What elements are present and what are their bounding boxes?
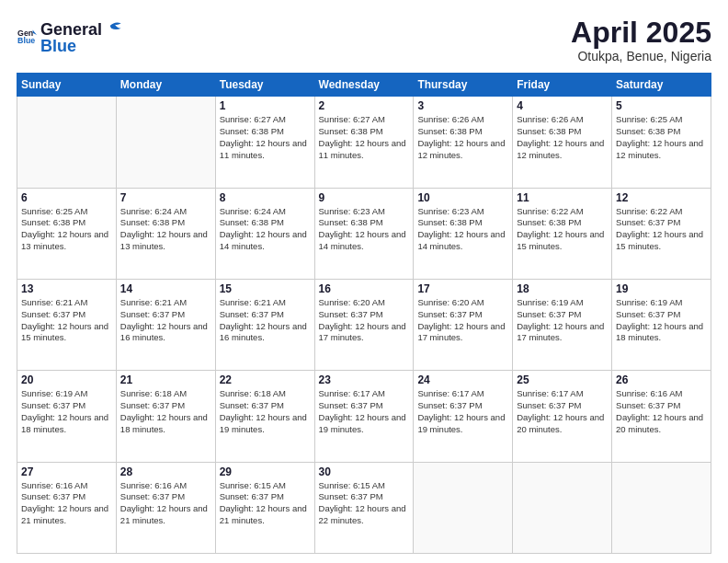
- day-info: Sunrise: 6:22 AM Sunset: 6:37 PM Dayligh…: [616, 206, 707, 253]
- day-info: Sunrise: 6:27 AM Sunset: 6:38 PM Dayligh…: [220, 114, 311, 161]
- day-info: Sunrise: 6:16 AM Sunset: 6:37 PM Dayligh…: [616, 388, 707, 435]
- calendar-title: April 2025: [571, 17, 711, 49]
- day-info: Sunrise: 6:20 AM Sunset: 6:37 PM Dayligh…: [417, 297, 508, 344]
- day-number: 6: [21, 191, 112, 204]
- calendar-header-tuesday: Tuesday: [215, 74, 314, 97]
- day-number: 22: [220, 373, 311, 386]
- day-info: Sunrise: 6:22 AM Sunset: 6:38 PM Dayligh…: [517, 206, 608, 253]
- day-number: 11: [517, 191, 608, 204]
- day-number: 16: [319, 282, 410, 295]
- calendar-cell: [17, 97, 117, 188]
- calendar-cell: 4Sunrise: 6:26 AM Sunset: 6:38 PM Daylig…: [513, 97, 612, 188]
- day-info: Sunrise: 6:25 AM Sunset: 6:38 PM Dayligh…: [21, 206, 112, 253]
- day-info: Sunrise: 6:20 AM Sunset: 6:37 PM Dayligh…: [319, 297, 410, 344]
- logo-general-text: General: [40, 21, 102, 38]
- calendar-cell: 2Sunrise: 6:27 AM Sunset: 6:38 PM Daylig…: [314, 97, 414, 188]
- day-number: 24: [417, 373, 508, 386]
- calendar-cell: 17Sunrise: 6:20 AM Sunset: 6:37 PM Dayli…: [414, 279, 513, 370]
- day-number: 17: [417, 282, 508, 295]
- calendar-cell: 15Sunrise: 6:21 AM Sunset: 6:37 PM Dayli…: [215, 279, 314, 370]
- calendar-cell: 9Sunrise: 6:23 AM Sunset: 6:38 PM Daylig…: [314, 188, 414, 279]
- calendar-header-sunday: Sunday: [17, 74, 117, 97]
- calendar-week-row: 1Sunrise: 6:27 AM Sunset: 6:38 PM Daylig…: [17, 97, 711, 188]
- day-number: 1: [220, 99, 311, 112]
- day-number: 20: [21, 373, 112, 386]
- day-info: Sunrise: 6:27 AM Sunset: 6:38 PM Dayligh…: [319, 114, 410, 161]
- day-number: 30: [319, 465, 410, 478]
- calendar-cell: 29Sunrise: 6:15 AM Sunset: 6:37 PM Dayli…: [215, 462, 314, 553]
- calendar-cell: 8Sunrise: 6:24 AM Sunset: 6:38 PM Daylig…: [215, 188, 314, 279]
- day-number: 15: [220, 282, 311, 295]
- day-number: 29: [220, 465, 311, 478]
- day-info: Sunrise: 6:23 AM Sunset: 6:38 PM Dayligh…: [417, 206, 508, 253]
- calendar-subtitle: Otukpa, Benue, Nigeria: [571, 49, 711, 63]
- calendar-cell: 26Sunrise: 6:16 AM Sunset: 6:37 PM Dayli…: [612, 371, 711, 462]
- calendar-cell: 3Sunrise: 6:26 AM Sunset: 6:38 PM Daylig…: [414, 97, 513, 188]
- calendar-cell: 18Sunrise: 6:19 AM Sunset: 6:37 PM Dayli…: [513, 279, 612, 370]
- calendar-cell: 10Sunrise: 6:23 AM Sunset: 6:38 PM Dayli…: [414, 188, 513, 279]
- day-info: Sunrise: 6:23 AM Sunset: 6:38 PM Dayligh…: [319, 206, 410, 253]
- title-block: April 2025 Otukpa, Benue, Nigeria: [571, 17, 711, 63]
- day-number: 25: [517, 373, 608, 386]
- logo-bird-icon: [104, 17, 122, 35]
- calendar-cell: 1Sunrise: 6:27 AM Sunset: 6:38 PM Daylig…: [215, 97, 314, 188]
- calendar-cell: 25Sunrise: 6:17 AM Sunset: 6:37 PM Dayli…: [513, 371, 612, 462]
- day-number: 7: [120, 191, 211, 204]
- calendar-header-monday: Monday: [116, 74, 215, 97]
- calendar-cell: 11Sunrise: 6:22 AM Sunset: 6:38 PM Dayli…: [513, 188, 612, 279]
- calendar-cell: 24Sunrise: 6:17 AM Sunset: 6:37 PM Dayli…: [414, 371, 513, 462]
- day-number: 28: [120, 465, 211, 478]
- day-number: 9: [319, 191, 410, 204]
- day-info: Sunrise: 6:17 AM Sunset: 6:37 PM Dayligh…: [319, 388, 410, 435]
- calendar-cell: 19Sunrise: 6:19 AM Sunset: 6:37 PM Dayli…: [612, 279, 711, 370]
- day-info: Sunrise: 6:16 AM Sunset: 6:37 PM Dayligh…: [120, 480, 211, 527]
- calendar-cell: 6Sunrise: 6:25 AM Sunset: 6:38 PM Daylig…: [17, 188, 117, 279]
- day-info: Sunrise: 6:17 AM Sunset: 6:37 PM Dayligh…: [417, 388, 508, 435]
- calendar-header-row: SundayMondayTuesdayWednesdayThursdayFrid…: [17, 74, 711, 97]
- day-info: Sunrise: 6:18 AM Sunset: 6:37 PM Dayligh…: [120, 388, 211, 435]
- day-number: 12: [616, 191, 707, 204]
- logo-icon: Gen Blue: [17, 26, 37, 46]
- calendar-cell: 30Sunrise: 6:15 AM Sunset: 6:37 PM Dayli…: [314, 462, 414, 553]
- calendar-cell: 7Sunrise: 6:24 AM Sunset: 6:38 PM Daylig…: [116, 188, 215, 279]
- day-number: 21: [120, 373, 211, 386]
- calendar-cell: [612, 462, 711, 553]
- day-number: 2: [319, 99, 410, 112]
- calendar-cell: 16Sunrise: 6:20 AM Sunset: 6:37 PM Dayli…: [314, 279, 414, 370]
- day-info: Sunrise: 6:21 AM Sunset: 6:37 PM Dayligh…: [220, 297, 311, 344]
- day-info: Sunrise: 6:16 AM Sunset: 6:37 PM Dayligh…: [21, 480, 112, 527]
- calendar-cell: 23Sunrise: 6:17 AM Sunset: 6:37 PM Dayli…: [314, 371, 414, 462]
- calendar-cell: 20Sunrise: 6:19 AM Sunset: 6:37 PM Dayli…: [17, 371, 117, 462]
- calendar-cell: 12Sunrise: 6:22 AM Sunset: 6:37 PM Dayli…: [612, 188, 711, 279]
- calendar-header-thursday: Thursday: [414, 74, 513, 97]
- day-info: Sunrise: 6:25 AM Sunset: 6:38 PM Dayligh…: [616, 114, 707, 161]
- day-info: Sunrise: 6:21 AM Sunset: 6:37 PM Dayligh…: [120, 297, 211, 344]
- day-number: 18: [517, 282, 608, 295]
- calendar-cell: 13Sunrise: 6:21 AM Sunset: 6:37 PM Dayli…: [17, 279, 117, 370]
- day-info: Sunrise: 6:19 AM Sunset: 6:37 PM Dayligh…: [616, 297, 707, 344]
- page: Gen Blue General Blue April 2025 Otukpa,…: [0, 0, 728, 563]
- calendar-header-friday: Friday: [513, 74, 612, 97]
- calendar-cell: [414, 462, 513, 553]
- day-number: 5: [616, 99, 707, 112]
- calendar-cell: 5Sunrise: 6:25 AM Sunset: 6:38 PM Daylig…: [612, 97, 711, 188]
- day-info: Sunrise: 6:21 AM Sunset: 6:37 PM Dayligh…: [21, 297, 112, 344]
- logo-blue-text: Blue: [40, 38, 124, 54]
- day-info: Sunrise: 6:26 AM Sunset: 6:38 PM Dayligh…: [517, 114, 608, 161]
- day-number: 8: [220, 191, 311, 204]
- day-number: 26: [616, 373, 707, 386]
- day-info: Sunrise: 6:24 AM Sunset: 6:38 PM Dayligh…: [120, 206, 211, 253]
- day-info: Sunrise: 6:19 AM Sunset: 6:37 PM Dayligh…: [517, 297, 608, 344]
- day-info: Sunrise: 6:19 AM Sunset: 6:37 PM Dayligh…: [21, 388, 112, 435]
- day-number: 23: [319, 373, 410, 386]
- day-info: Sunrise: 6:15 AM Sunset: 6:37 PM Dayligh…: [319, 480, 410, 527]
- calendar-week-row: 13Sunrise: 6:21 AM Sunset: 6:37 PM Dayli…: [17, 279, 711, 370]
- calendar-cell: 21Sunrise: 6:18 AM Sunset: 6:37 PM Dayli…: [116, 371, 215, 462]
- calendar-cell: [513, 462, 612, 553]
- calendar-cell: 27Sunrise: 6:16 AM Sunset: 6:37 PM Dayli…: [17, 462, 117, 553]
- calendar-header-wednesday: Wednesday: [314, 74, 414, 97]
- calendar-header-saturday: Saturday: [612, 74, 711, 97]
- calendar-week-row: 27Sunrise: 6:16 AM Sunset: 6:37 PM Dayli…: [17, 462, 711, 553]
- day-info: Sunrise: 6:15 AM Sunset: 6:37 PM Dayligh…: [220, 480, 311, 527]
- day-number: 19: [616, 282, 707, 295]
